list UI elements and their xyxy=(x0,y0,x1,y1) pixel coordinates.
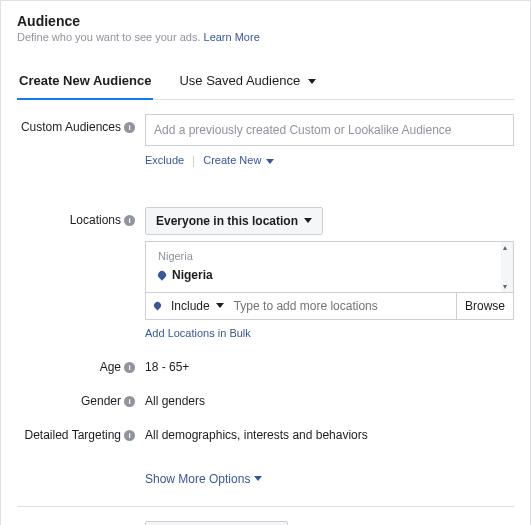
tab-create-new[interactable]: Create New Audience xyxy=(17,63,153,100)
label-age: Agei xyxy=(17,354,145,374)
exclude-link[interactable]: Exclude xyxy=(145,154,184,166)
audience-panel: Audience Define who you want to see your… xyxy=(0,0,531,525)
chevron-down-icon: ▾ xyxy=(503,282,507,291)
pin-icon xyxy=(156,269,167,280)
location-item[interactable]: Nigeria xyxy=(154,264,505,282)
info-icon[interactable]: i xyxy=(124,122,135,133)
row-custom-audiences: Custom Audiencesi Add a previously creat… xyxy=(17,114,514,167)
tab-use-saved[interactable]: Use Saved Audience xyxy=(177,63,317,99)
location-input-row: Include Browse xyxy=(145,293,514,320)
age-value: 18 - 65+ xyxy=(145,354,514,374)
pin-icon xyxy=(153,301,163,311)
location-search-input[interactable] xyxy=(228,293,456,319)
label-custom-audiences: Custom Audiencesi xyxy=(17,114,145,167)
row-detailed-targeting: Detailed Targetingi All demographics, in… xyxy=(17,422,514,442)
panel-subtitle: Define who you want to see your ads. Lea… xyxy=(17,31,514,43)
chevron-up-icon: ▴ xyxy=(503,243,507,252)
label-gender: Genderi xyxy=(17,388,145,408)
save-audience-button[interactable]: Save This Audience xyxy=(145,521,288,525)
row-gender: Genderi All genders xyxy=(17,388,514,408)
panel-title: Audience xyxy=(17,13,514,29)
info-icon[interactable]: i xyxy=(124,215,135,226)
location-group-label: Nigeria xyxy=(154,248,505,264)
chevron-down-icon xyxy=(216,303,224,308)
chevron-down-icon xyxy=(266,159,274,164)
location-scope-dropdown[interactable]: Everyone in this location xyxy=(145,207,323,235)
row-locations: Locationsi Everyone in this location Nig… xyxy=(17,207,514,340)
header: Audience Define who you want to see your… xyxy=(17,13,514,43)
locations-box: Nigeria Nigeria ▴ ▾ xyxy=(145,241,514,293)
row-save: Save This Audience xyxy=(17,521,514,525)
audience-tabs: Create New Audience Use Saved Audience xyxy=(17,63,514,100)
browse-button[interactable]: Browse xyxy=(456,293,513,319)
chevron-down-icon xyxy=(254,476,262,481)
add-locations-bulk-link[interactable]: Add Locations in Bulk xyxy=(145,327,251,339)
create-new-link[interactable]: Create New xyxy=(203,154,274,166)
label-detailed-targeting: Detailed Targetingi xyxy=(17,422,145,442)
divider xyxy=(17,506,514,507)
custom-audience-input[interactable]: Add a previously created Custom or Looka… xyxy=(145,114,514,146)
chevron-down-icon xyxy=(304,218,312,223)
label-locations: Locationsi xyxy=(17,207,145,340)
row-age: Agei 18 - 65+ xyxy=(17,354,514,374)
learn-more-link[interactable]: Learn More xyxy=(204,31,260,43)
detailed-value: All demographics, interests and behavior… xyxy=(145,422,514,442)
scrollbar[interactable]: ▴ ▾ xyxy=(501,242,513,292)
gender-value: All genders xyxy=(145,388,514,408)
info-icon[interactable]: i xyxy=(124,396,135,407)
info-icon[interactable]: i xyxy=(124,430,135,441)
row-show-more: Show More Options xyxy=(17,472,514,486)
chevron-down-icon xyxy=(308,79,316,84)
info-icon[interactable]: i xyxy=(124,362,135,373)
include-dropdown[interactable]: Include xyxy=(167,293,228,319)
show-more-options-link[interactable]: Show More Options xyxy=(145,472,262,486)
